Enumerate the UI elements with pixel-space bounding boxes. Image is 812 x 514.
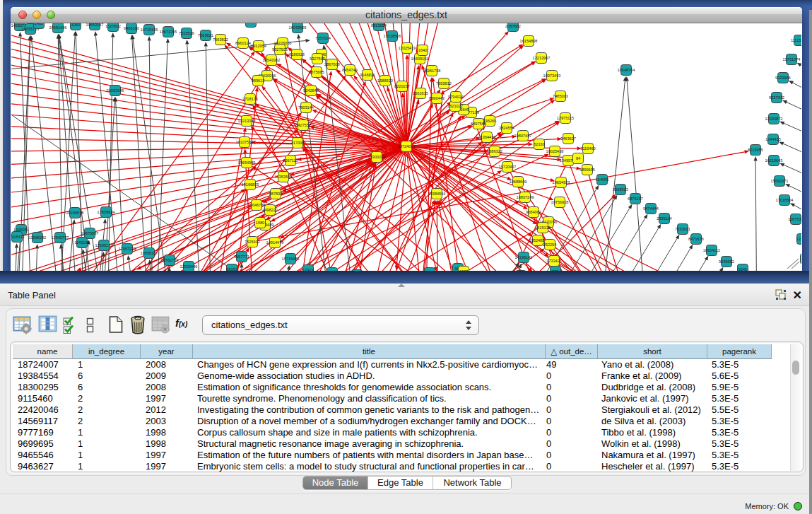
svg-text:2087682: 2087682 (505, 24, 521, 28)
svg-text:16033809: 16033809 (289, 25, 307, 30)
svg-text:17859924: 17859924 (98, 210, 115, 214)
svg-text:8186328: 8186328 (289, 52, 305, 57)
svg-text:19654923: 19654923 (553, 180, 570, 185)
svg-text:9146821: 9146821 (360, 73, 375, 77)
svg-text:3915411: 3915411 (11, 235, 25, 239)
svg-text:19384554: 19384554 (428, 192, 446, 196)
svg-text:7663821: 7663821 (198, 33, 213, 37)
svg-text:14136141: 14136141 (515, 255, 533, 259)
svg-text:3824554: 3824554 (499, 126, 514, 130)
svg-text:15720407: 15720407 (499, 165, 517, 169)
svg-text:2867608: 2867608 (324, 62, 340, 66)
svg-text:12213967: 12213967 (533, 56, 551, 60)
svg-text:6497568: 6497568 (471, 122, 486, 126)
svg-text:164095: 164095 (596, 177, 609, 182)
svg-text:10654112: 10654112 (703, 248, 720, 252)
svg-text:8267110: 8267110 (283, 158, 298, 163)
svg-text:1435051: 1435051 (13, 228, 29, 232)
svg-text:989612: 989612 (252, 78, 265, 83)
svg-text:19166825: 19166825 (242, 182, 259, 187)
svg-text:9329966: 9329966 (775, 76, 791, 80)
svg-text:8215955: 8215955 (748, 148, 763, 152)
svg-text:7632621: 7632621 (675, 227, 690, 231)
svg-text:7803144: 7803144 (298, 105, 314, 110)
svg-text:16961758: 16961758 (423, 69, 441, 73)
svg-text:7955812: 7955812 (436, 81, 452, 86)
svg-text:8675685: 8675685 (309, 70, 324, 74)
svg-text:18807249: 18807249 (517, 195, 534, 199)
svg-text:9227342: 9227342 (769, 95, 784, 100)
svg-text:15692971: 15692971 (771, 179, 789, 183)
svg-text:8454749: 8454749 (342, 68, 358, 72)
svg-text:6899695: 6899695 (579, 168, 595, 172)
svg-text:16409101: 16409101 (411, 57, 429, 61)
svg-text:14914479: 14914479 (266, 240, 284, 245)
svg-text:17957223: 17957223 (119, 247, 136, 251)
svg-text:1615132: 1615132 (535, 226, 551, 230)
svg-text:8471676: 8471676 (688, 237, 704, 241)
svg-text:9115460: 9115460 (580, 146, 595, 151)
svg-text:8220237: 8220237 (394, 84, 410, 88)
svg-text:7357224: 7357224 (315, 36, 331, 40)
svg-text:15751074: 15751074 (783, 57, 801, 62)
svg-text:7485003: 7485003 (553, 94, 568, 98)
svg-text:11353594: 11353594 (275, 175, 292, 179)
svg-text:16107534: 16107534 (236, 140, 254, 144)
svg-text:9474444: 9474444 (643, 206, 659, 211)
svg-text:16210643: 16210643 (765, 158, 783, 163)
svg-text:9794024: 9794024 (448, 95, 464, 99)
svg-text:8990443: 8990443 (429, 96, 445, 100)
svg-text:10671355: 10671355 (160, 30, 177, 34)
svg-text:12942737: 12942737 (52, 235, 69, 240)
svg-text:10046788: 10046788 (248, 203, 266, 207)
svg-text:20691406: 20691406 (49, 25, 67, 30)
svg-text:1005380: 1005380 (243, 23, 259, 24)
svg-text:7515526: 7515526 (179, 31, 194, 35)
svg-text:10653267: 10653267 (86, 23, 104, 27)
svg-text:1244415: 1244415 (765, 137, 781, 141)
svg-text:6879197: 6879197 (628, 197, 643, 201)
svg-text:11125419: 11125419 (791, 38, 801, 42)
svg-text:2935114: 2935114 (657, 216, 671, 221)
svg-text:1640: 1640 (418, 48, 427, 52)
svg-text:16543362: 16543362 (263, 58, 281, 62)
svg-text:19218506: 19218506 (384, 34, 401, 38)
svg-text:16154808: 16154808 (520, 39, 538, 43)
svg-text:1621022: 1621022 (447, 104, 463, 108)
svg-text:18724007: 18724007 (398, 144, 416, 148)
svg-text:9463627: 9463627 (560, 136, 576, 141)
svg-text:9245652: 9245652 (719, 259, 734, 264)
svg-text:7625402: 7625402 (245, 240, 260, 244)
svg-text:887833: 887833 (269, 192, 283, 196)
svg-text:84: 84 (576, 156, 580, 160)
svg-text:8813054: 8813054 (371, 23, 387, 28)
svg-text:10648764: 10648764 (618, 68, 635, 72)
svg-text:1527602: 1527602 (105, 24, 121, 28)
svg-text:9242848: 9242848 (303, 88, 319, 93)
svg-text:21364436: 21364436 (478, 135, 496, 139)
svg-text:12093872: 12093872 (765, 117, 783, 121)
svg-text:9327505: 9327505 (310, 57, 325, 61)
svg-text:20206538: 20206538 (66, 211, 84, 215)
svg-text:12213383: 12213383 (238, 119, 256, 123)
svg-text:7386322: 7386322 (487, 149, 502, 153)
svg-text:10973493: 10973493 (543, 74, 561, 78)
svg-text:4498222: 4498222 (262, 208, 278, 212)
svg-text:19756928: 19756928 (551, 200, 569, 204)
svg-text:9327503: 9327503 (272, 47, 288, 52)
svg-text:62160: 62160 (534, 142, 545, 146)
svg-text:252254: 252254 (543, 243, 557, 247)
svg-text:9657771: 9657771 (234, 255, 249, 259)
svg-text:10719155: 10719155 (141, 28, 158, 32)
svg-text:1580: 1580 (256, 221, 264, 225)
svg-text:2718176: 2718176 (242, 97, 258, 101)
svg-text:17016504: 17016504 (776, 198, 794, 202)
svg-text:12505135: 12505135 (95, 243, 113, 247)
svg-text:8960124: 8960124 (235, 41, 251, 45)
svg-text:11568292: 11568292 (29, 235, 46, 240)
svg-text:1167534: 1167534 (788, 217, 801, 221)
svg-text:15716485: 15716485 (282, 257, 300, 261)
svg-text:10025438: 10025438 (546, 149, 564, 153)
svg-text:1405: 1405 (35, 23, 43, 25)
svg-text:8427552: 8427552 (295, 123, 311, 127)
